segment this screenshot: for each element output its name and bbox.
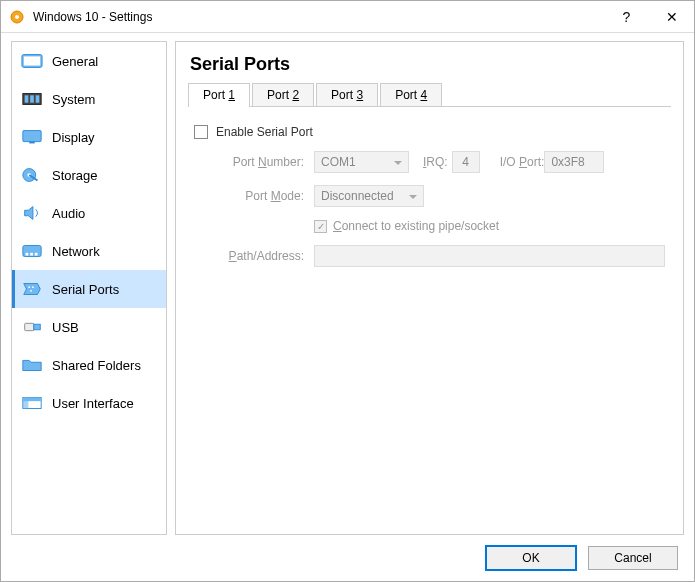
svg-point-18 bbox=[30, 290, 32, 292]
sidebar-item-label: USB bbox=[52, 320, 79, 335]
general-icon bbox=[20, 52, 44, 70]
svg-rect-15 bbox=[35, 253, 38, 256]
ok-button[interactable]: OK bbox=[486, 546, 576, 570]
sidebar-item-label: Serial Ports bbox=[52, 282, 119, 297]
svg-rect-13 bbox=[26, 253, 29, 256]
sidebar-item-label: System bbox=[52, 92, 95, 107]
svg-point-17 bbox=[32, 286, 34, 288]
sidebar-item-system[interactable]: System bbox=[12, 80, 166, 118]
irq-label: IRQ: bbox=[423, 155, 448, 169]
enable-serial-port-label: Enable Serial Port bbox=[216, 125, 313, 139]
ioport-input: 0x3F8 bbox=[544, 151, 604, 173]
tab-port-4[interactable]: Port 4 bbox=[380, 83, 442, 106]
path-label: Path/Address: bbox=[194, 249, 304, 263]
port-tabs: Port 1 Port 2 Port 3 Port 4 bbox=[176, 83, 683, 106]
tab-port-1[interactable]: Port 1 bbox=[188, 83, 250, 106]
main-panel: Serial Ports Port 1 Port 2 Port 3 Port 4… bbox=[175, 41, 684, 535]
dialog-footer: OK Cancel bbox=[1, 535, 694, 581]
sidebar-item-network[interactable]: Network bbox=[12, 232, 166, 270]
svg-rect-8 bbox=[23, 131, 41, 142]
sidebar-item-label: Audio bbox=[52, 206, 85, 221]
ui-icon bbox=[20, 394, 44, 412]
port-mode-select[interactable]: Disconnected bbox=[314, 185, 424, 207]
svg-point-1 bbox=[15, 15, 19, 19]
sidebar-item-user-interface[interactable]: User Interface bbox=[12, 384, 166, 422]
sidebar-item-label: Storage bbox=[52, 168, 98, 183]
sidebar-item-label: Network bbox=[52, 244, 100, 259]
usb-icon bbox=[20, 318, 44, 336]
connect-existing-label: Connect to existing pipe/socket bbox=[333, 219, 499, 233]
svg-point-16 bbox=[28, 286, 30, 288]
cancel-button[interactable]: Cancel bbox=[588, 546, 678, 570]
sidebar-item-storage[interactable]: Storage bbox=[12, 156, 166, 194]
sidebar-item-display[interactable]: Display bbox=[12, 118, 166, 156]
sidebar-item-general[interactable]: General bbox=[12, 42, 166, 80]
help-button[interactable]: ? bbox=[604, 1, 649, 33]
audio-icon bbox=[20, 204, 44, 222]
svg-rect-3 bbox=[24, 56, 41, 65]
sidebar-item-audio[interactable]: Audio bbox=[12, 194, 166, 232]
titlebar: Windows 10 - Settings ? ✕ bbox=[1, 1, 694, 33]
svg-rect-20 bbox=[34, 324, 40, 330]
svg-rect-5 bbox=[25, 95, 29, 102]
system-icon bbox=[20, 90, 44, 108]
storage-icon bbox=[20, 166, 44, 184]
close-button[interactable]: ✕ bbox=[649, 1, 694, 33]
irq-input: 4 bbox=[452, 151, 480, 173]
sidebar-item-usb[interactable]: USB bbox=[12, 308, 166, 346]
network-icon bbox=[20, 242, 44, 260]
app-gear-icon bbox=[9, 9, 25, 25]
sidebar-item-label: Shared Folders bbox=[52, 358, 141, 373]
serial-icon bbox=[20, 280, 44, 298]
enable-serial-port-checkbox[interactable] bbox=[194, 125, 208, 139]
sidebar-item-label: User Interface bbox=[52, 396, 134, 411]
svg-rect-7 bbox=[36, 95, 40, 102]
sidebar-item-shared-folders[interactable]: Shared Folders bbox=[12, 346, 166, 384]
svg-rect-19 bbox=[25, 323, 34, 330]
port-number-label: Port Number: bbox=[194, 155, 304, 169]
sidebar-item-serial-ports[interactable]: Serial Ports bbox=[12, 270, 166, 308]
port-number-select[interactable]: COM1 bbox=[314, 151, 409, 173]
svg-rect-6 bbox=[30, 95, 34, 102]
connect-existing-checkbox[interactable]: ✓ bbox=[314, 220, 327, 233]
tab-port-2[interactable]: Port 2 bbox=[252, 83, 314, 106]
ioport-label: I/O Port: bbox=[500, 155, 545, 169]
port-mode-label: Port Mode: bbox=[194, 189, 304, 203]
svg-rect-9 bbox=[29, 142, 35, 144]
settings-sidebar: General System Display Storage Audio Net… bbox=[11, 41, 167, 535]
svg-rect-23 bbox=[23, 398, 29, 409]
path-input[interactable] bbox=[314, 245, 665, 267]
page-title: Serial Ports bbox=[176, 42, 683, 83]
sidebar-item-label: General bbox=[52, 54, 98, 69]
sidebar-item-label: Display bbox=[52, 130, 95, 145]
folder-icon bbox=[20, 356, 44, 374]
tab-port-3[interactable]: Port 3 bbox=[316, 83, 378, 106]
port-form: Enable Serial PortPort Number:COM1IRQ:4I… bbox=[176, 107, 683, 297]
window-title: Windows 10 - Settings bbox=[33, 10, 604, 24]
svg-rect-14 bbox=[30, 253, 33, 256]
display-icon bbox=[20, 128, 44, 146]
